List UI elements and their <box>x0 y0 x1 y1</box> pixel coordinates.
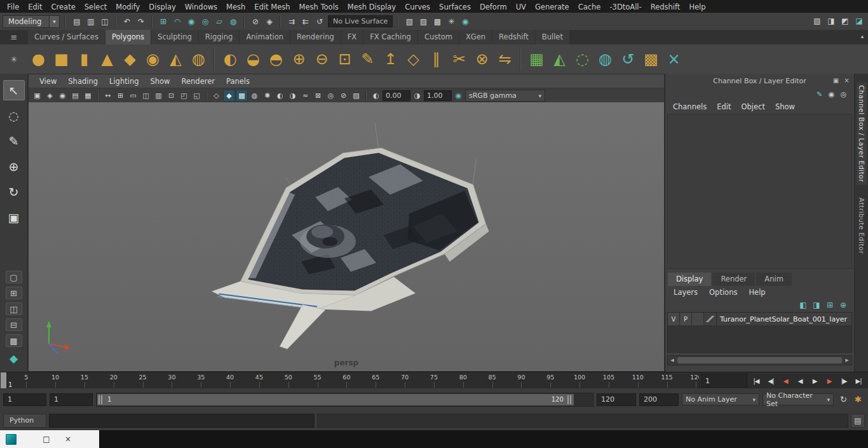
layer-name[interactable]: Turanor_PlanetSolar_Boat_001_layer <box>717 315 847 323</box>
smooth-shade-icon[interactable]: ◆ <box>223 90 235 102</box>
menu-set-selector[interactable]: Modeling <box>3 15 60 28</box>
panel-menu-show[interactable]: Show <box>145 76 176 87</box>
channel-box-menu-channels[interactable]: Channels <box>668 101 712 112</box>
modeling-toolkit-toggle-icon[interactable]: ▧ <box>811 15 824 27</box>
snap-to-projected-center-icon[interactable]: ◎ <box>199 15 212 28</box>
relax-tool-icon[interactable]: ◌ <box>572 48 593 71</box>
paint-select-tool-icon[interactable]: ✎ <box>3 131 25 151</box>
image-plane-icon[interactable]: ▦ <box>82 90 94 102</box>
exposure-field[interactable] <box>383 90 410 101</box>
poly-pyramid-icon[interactable]: ◭ <box>165 48 186 71</box>
scroll-right-icon[interactable]: ▶ <box>843 356 851 364</box>
poly-cube-icon[interactable]: ■ <box>51 48 72 71</box>
play-backwards-button[interactable]: ◀ <box>793 374 807 388</box>
menu-edit-mesh[interactable]: Edit Mesh <box>250 1 294 13</box>
poly-torus-icon[interactable]: ◉ <box>142 48 163 71</box>
shelf-tab-xgen[interactable]: XGen <box>459 30 492 44</box>
undo-icon[interactable]: ↶ <box>121 15 133 28</box>
shelf-tab-animation[interactable]: Animation <box>240 30 290 44</box>
save-scene-icon[interactable]: ◫ <box>98 15 111 28</box>
layer-row[interactable]: V P Turanor_PlanetSolar_Boat_001_layer <box>668 313 851 326</box>
isolate-select-icon[interactable]: ⊘ <box>337 90 349 102</box>
boolean-difference-icon[interactable]: ◒ <box>243 48 264 71</box>
shelf-tab-rendering[interactable]: Rendering <box>290 30 341 44</box>
fill-hole-icon[interactable]: ⊡ <box>334 48 355 71</box>
four-pane-layout-button[interactable]: ⊞ <box>6 287 22 299</box>
layer-list-scrollbar[interactable]: ◀ ▶ <box>667 355 852 365</box>
ipr-render-icon[interactable]: ▩ <box>431 15 444 28</box>
new-empty-layer-icon[interactable]: ⊞ <box>824 299 836 311</box>
shelf-tab-curves-surfaces[interactable]: Curves / Surfaces <box>28 30 105 44</box>
channel-slider-mode-icon[interactable]: ◉ <box>826 89 837 100</box>
boolean-union-icon[interactable]: ◐ <box>220 48 241 71</box>
poly-pipe-icon[interactable]: ◍ <box>188 48 209 71</box>
panel-menu-renderer[interactable]: Renderer <box>176 76 221 87</box>
menu-create[interactable]: Create <box>47 1 80 13</box>
new-layer-from-selected-icon[interactable]: ⊕ <box>837 299 849 311</box>
tab-channel-box-layer-editor[interactable]: Channel Box / Layer Editor <box>857 83 867 185</box>
lasso-select-tool-icon[interactable]: ◌ <box>3 105 25 126</box>
command-language-toggle[interactable]: Python <box>3 414 46 428</box>
anim-layer-select[interactable]: No Anim Layer <box>682 393 759 405</box>
channel-box-menu-edit[interactable]: Edit <box>712 101 736 112</box>
step-back-key-button[interactable]: ◀ <box>778 374 792 388</box>
textured-icon[interactable]: ▩ <box>236 90 248 102</box>
command-input[interactable] <box>49 414 315 428</box>
bevel-icon[interactable]: ◇ <box>403 48 424 71</box>
menu-mesh[interactable]: Mesh <box>222 1 250 13</box>
step-forward-frame-button[interactable]: |▶ <box>837 374 851 388</box>
gamma-field[interactable] <box>424 90 452 101</box>
use-default-material-icon[interactable]: ◍ <box>248 90 261 102</box>
animation-end-field[interactable] <box>639 393 679 406</box>
wireframe-icon[interactable]: ◇ <box>210 90 222 102</box>
single-pane-layout-button[interactable]: ▢ <box>6 271 22 283</box>
menu-curves[interactable]: Curves <box>400 1 435 13</box>
live-surface-field[interactable]: No Live Surface <box>328 15 393 27</box>
menu-select[interactable]: Select <box>80 1 111 13</box>
layer-playback-toggle[interactable]: P <box>680 313 692 325</box>
layer-color-swatch[interactable] <box>704 313 717 325</box>
safe-action-icon[interactable]: ◰ <box>178 90 190 102</box>
new-scene-icon[interactable]: ▤ <box>71 15 83 28</box>
highlight-selection-icon[interactable]: ◈ <box>263 15 276 28</box>
make-object-live-icon[interactable]: ◍ <box>227 15 240 28</box>
custom-layout-button[interactable]: ▩ <box>6 334 22 347</box>
layer-editor-menu-options[interactable]: Options <box>703 287 743 298</box>
menu-modify[interactable]: Modify <box>111 1 144 13</box>
ssao-icon[interactable]: ◑ <box>287 90 299 102</box>
step-forward-key-button[interactable]: ▶ <box>822 374 836 388</box>
shelf-gear-icon[interactable]: ✳ <box>0 52 28 67</box>
shelf-tab-redshift[interactable]: Redshift <box>492 30 535 44</box>
poly-cylinder-icon[interactable]: ▮ <box>74 48 95 71</box>
quad-draw-icon[interactable]: ▦ <box>526 48 547 71</box>
render-current-frame-icon[interactable]: ▨ <box>417 15 430 28</box>
multi-cut-icon[interactable]: ✂ <box>449 48 470 71</box>
hypershade-icon[interactable]: ◉ <box>459 15 471 28</box>
lock-selection-icon[interactable]: ⊘ <box>249 15 262 28</box>
shelf-tab-fx[interactable]: FX <box>341 30 363 44</box>
scale-tool-icon[interactable]: ▣ <box>3 207 25 227</box>
color-management-icon[interactable]: ◉ <box>452 90 465 102</box>
target-weld-icon[interactable]: ⊗ <box>471 48 492 71</box>
boat-model[interactable] <box>212 123 489 349</box>
restore-window-icon[interactable]: □ <box>36 430 57 448</box>
delete-history-icon[interactable]: × <box>663 48 684 71</box>
outputs-from-selected-icon[interactable]: ⇇ <box>299 15 312 28</box>
select-tool-icon[interactable]: ↖ <box>3 80 25 100</box>
menu-redshift[interactable]: Redshift <box>646 1 685 13</box>
menu-surfaces[interactable]: Surfaces <box>435 1 475 13</box>
menu-uv[interactable]: UV <box>512 1 531 13</box>
shelf-tab-rigging[interactable]: Rigging <box>199 30 240 44</box>
menu-deform[interactable]: Deform <box>475 1 512 13</box>
menu-mesh-display[interactable]: Mesh Display <box>343 1 400 13</box>
layer-editor-tab-anim[interactable]: Anim <box>756 273 792 286</box>
range-track[interactable]: 1 120 <box>96 393 593 407</box>
scroll-left-icon[interactable]: ◀ <box>668 356 677 364</box>
shelf-scroll-up-icon[interactable]: ▴ <box>858 33 867 39</box>
open-render-view-icon[interactable]: ▧ <box>403 15 416 28</box>
stacked-layout-button[interactable]: ⊟ <box>6 318 22 331</box>
script-editor-icon[interactable]: ▤ <box>851 414 865 428</box>
camera-attributes-icon[interactable]: ◉ <box>57 90 69 102</box>
playback-start-field[interactable] <box>50 393 93 406</box>
grid-icon[interactable]: ⊞ <box>114 90 126 102</box>
